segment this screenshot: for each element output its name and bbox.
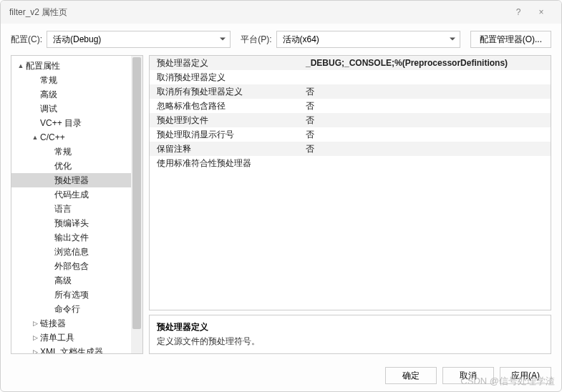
- tree-item-label: C/C++: [40, 132, 65, 142]
- tree-item[interactable]: ▷XML 文档生成器: [11, 345, 142, 354]
- ok-button[interactable]: 确定: [385, 367, 437, 384]
- platform-label: 平台(P):: [241, 34, 271, 46]
- property-value[interactable]: 否: [300, 100, 551, 112]
- tree-item-label: 命令行: [54, 303, 80, 315]
- config-manager-button[interactable]: 配置管理器(O)...: [470, 31, 551, 48]
- tree-toggle-icon[interactable]: ▷: [30, 320, 40, 327]
- window-title: filter_v2 属性页: [9, 6, 507, 19]
- property-name: 取消预处理器定义: [150, 72, 300, 84]
- tree-item-label: 代码生成: [54, 189, 89, 201]
- tree-item[interactable]: 输出文件: [11, 230, 142, 245]
- property-name: 取消所有预处理器定义: [150, 86, 300, 98]
- tree-item-label: XML 文档生成器: [40, 346, 103, 355]
- tree-item-label: 清单工具: [40, 332, 74, 344]
- tree-item[interactable]: 命令行: [11, 302, 142, 316]
- cancel-button[interactable]: 取消: [442, 367, 494, 384]
- property-row[interactable]: 预处理取消显示行号否: [150, 127, 551, 142]
- tree-item-label: 外部包含: [54, 260, 89, 273]
- property-name: 保留注释: [150, 143, 300, 155]
- tree-item-label: 语言: [54, 203, 72, 215]
- platform-select[interactable]: 活动(x64): [276, 31, 460, 48]
- property-name: 预处理取消显示行号: [150, 129, 300, 141]
- tree-item-label: 浏览信息: [54, 246, 89, 258]
- property-grid[interactable]: 预处理器定义_DEBUG;_CONSOLE;%(PreprocessorDefi…: [149, 55, 551, 310]
- tree-item[interactable]: ▷链接器: [11, 316, 142, 330]
- tree-item[interactable]: 浏览信息: [11, 245, 142, 259]
- tree-item[interactable]: 高级: [11, 273, 142, 288]
- property-row[interactable]: 取消所有预处理器定义否: [150, 84, 551, 99]
- config-select[interactable]: 活动(Debug): [47, 31, 231, 48]
- tree-item-label: 所有选项: [54, 289, 89, 301]
- property-value[interactable]: 否: [300, 86, 551, 98]
- property-value[interactable]: 否: [300, 129, 551, 141]
- tree-item[interactable]: 常规: [11, 73, 142, 87]
- property-value[interactable]: 否: [300, 143, 551, 155]
- property-row[interactable]: 忽略标准包含路径否: [150, 99, 551, 113]
- tree-item[interactable]: ▲C/C++: [11, 130, 142, 144]
- tree-item-label: 高级: [40, 89, 57, 101]
- help-button[interactable]: ?: [507, 1, 530, 24]
- right-pane: 预处理器定义_DEBUG;_CONSOLE;%(PreprocessorDefi…: [149, 55, 551, 354]
- tree-item-label: 调试: [40, 103, 57, 115]
- footer: 确定 取消 应用(A): [1, 360, 561, 391]
- tree-item-label: 配置属性: [26, 60, 60, 72]
- tree-item[interactable]: ▲配置属性: [11, 59, 142, 73]
- apply-button[interactable]: 应用(A): [500, 367, 551, 384]
- config-label: 配置(C):: [11, 34, 42, 46]
- tree-item-label: VC++ 目录: [40, 117, 82, 129]
- property-row[interactable]: 使用标准符合性预处理器: [150, 156, 551, 170]
- tree-item-label: 优化: [54, 160, 72, 172]
- tree-item[interactable]: 外部包含: [11, 259, 142, 273]
- tree-item[interactable]: 调试: [11, 102, 142, 116]
- property-name: 忽略标准包含路径: [150, 100, 300, 112]
- tree-toggle-icon[interactable]: ▷: [30, 334, 40, 341]
- property-row[interactable]: 取消预处理器定义: [150, 70, 551, 84]
- tree-item-label: 常规: [40, 74, 57, 87]
- tree-item[interactable]: 所有选项: [11, 288, 142, 302]
- tree-item[interactable]: 预处理器: [11, 173, 142, 187]
- tree-toggle-icon[interactable]: ▲: [30, 134, 40, 141]
- description-box: 预处理器定义 定义源文件的预处理符号。: [149, 315, 551, 354]
- property-name: 预处理到文件: [150, 114, 300, 127]
- tree-item[interactable]: VC++ 目录: [11, 116, 142, 130]
- tree-scrollbar[interactable]: [131, 56, 142, 353]
- platform-value: 活动(x64): [283, 34, 319, 46]
- tree-item-label: 高级: [54, 275, 72, 287]
- tree-item[interactable]: 高级: [11, 87, 142, 102]
- tree-item[interactable]: 常规: [11, 144, 142, 159]
- property-name: 使用标准符合性预处理器: [150, 157, 300, 170]
- tree-toggle-icon[interactable]: ▷: [30, 348, 40, 354]
- tree-item-label: 预编译头: [54, 217, 89, 230]
- description-text: 定义源文件的预处理符号。: [157, 335, 543, 348]
- tree-item[interactable]: ▷清单工具: [11, 330, 142, 345]
- tree-item[interactable]: 代码生成: [11, 187, 142, 202]
- description-title: 预处理器定义: [157, 321, 543, 333]
- property-row[interactable]: 保留注释否: [150, 142, 551, 156]
- config-row: 配置(C): 活动(Debug) 平台(P): 活动(x64) 配置管理器(O)…: [1, 24, 561, 55]
- tree-pane[interactable]: ▲配置属性常规高级调试VC++ 目录▲C/C++常规优化预处理器代码生成语言预编…: [11, 55, 143, 354]
- tree-item-label: 常规: [54, 146, 72, 158]
- property-value[interactable]: 否: [300, 114, 551, 127]
- property-row[interactable]: 预处理器定义_DEBUG;_CONSOLE;%(PreprocessorDefi…: [150, 56, 551, 70]
- tree-toggle-icon[interactable]: ▲: [16, 62, 26, 69]
- tree-item[interactable]: 预编译头: [11, 216, 142, 230]
- config-value: 活动(Debug): [53, 34, 101, 46]
- tree-item[interactable]: 语言: [11, 202, 142, 216]
- property-row[interactable]: 预处理到文件否: [150, 113, 551, 127]
- main-area: ▲配置属性常规高级调试VC++ 目录▲C/C++常规优化预处理器代码生成语言预编…: [1, 55, 561, 360]
- close-button[interactable]: ×: [530, 1, 553, 24]
- titlebar: filter_v2 属性页 ? ×: [1, 1, 561, 24]
- tree-item-label: 链接器: [40, 318, 66, 330]
- tree-item-label: 输出文件: [54, 232, 89, 244]
- property-name: 预处理器定义: [150, 57, 300, 69]
- tree-item[interactable]: 优化: [11, 159, 142, 173]
- property-value[interactable]: _DEBUG;_CONSOLE;%(PreprocessorDefinition…: [300, 58, 551, 68]
- tree-item-label: 预处理器: [54, 175, 89, 187]
